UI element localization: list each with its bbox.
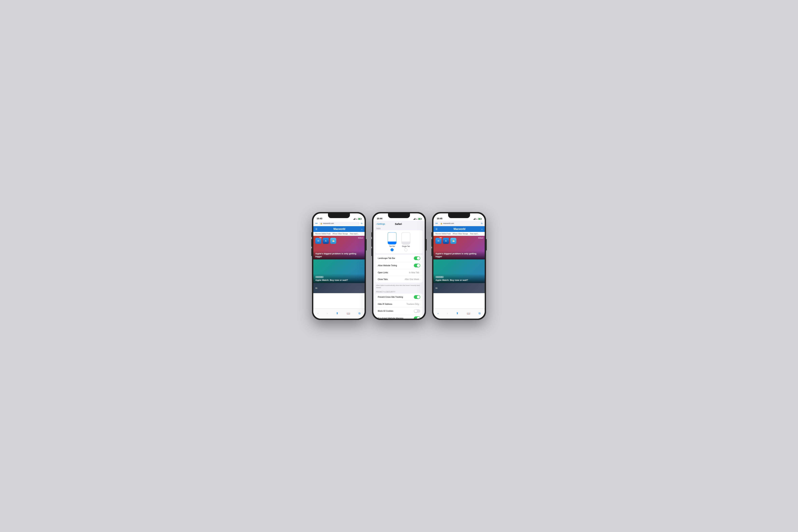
article-card-1-1[interactable]: FEATURE Apple Watch: Buy now or wait? [313,260,365,283]
nav-link-3-1[interactable]: iPhone 'Other' Storage [453,233,468,235]
share-button-1[interactable]: ⬆ [336,312,338,315]
nav-link-3-2[interactable]: Free macO… [470,233,479,235]
aa-label-1[interactable]: AA [315,223,318,224]
back-button-3[interactable]: ‹ [438,312,438,315]
article-card-3-0[interactable]: ✉ 865 A ⛅ Wattpad Apple's [433,236,485,260]
landscape-tab-bar-toggle[interactable] [414,256,420,260]
status-icons-2: ▲ [414,218,421,220]
power-button-3 [486,239,487,250]
close-tabs-row[interactable]: Close Tabs After One Week › [375,276,423,283]
forward-button-1[interactable]: › [327,312,328,315]
nav-link-1-0[interactable]: Recover Deleted Texts [315,233,330,235]
url-bar-3[interactable]: 🔒 macworld.com [439,222,480,225]
lock-icon-1: 🔒 [320,223,322,224]
prevent-cross-site-toggle[interactable] [414,295,420,299]
landscape-tab-bar-row[interactable]: Landscape Tab Bar [375,255,423,262]
phone-2-inner: 10:44 ▲ [373,213,425,319]
article-tag-3-1: FEATURE [435,276,444,278]
tabs-button-3[interactable]: ⧉ [479,312,480,315]
article-card-1-0[interactable]: ✉ 865 A ⛅ Wattpad Apple's [313,236,365,260]
mute-button-2 [371,232,372,237]
tab-bar-radio[interactable] [391,248,394,251]
volume-down-button [311,248,312,256]
appstore-icon-3: A [443,238,449,244]
prevent-cross-site-row[interactable]: Prevent Cross-Site Tracking [375,293,423,301]
status-icons-1: ▲ [354,218,361,220]
notch-2 [388,213,410,218]
nav-link-1-1[interactable]: iPhone 'Other' Storage [332,233,348,235]
open-links-value: In New Tab [409,271,419,274]
aa-label-3[interactable]: AA [435,223,438,224]
notch-3 [448,213,470,218]
url-bar-1[interactable]: 🔒 macworld.com [319,222,360,225]
block-cookies-toggle[interactable] [414,309,420,313]
app-icons-1: ✉ 865 A ⛅ [315,238,336,244]
tab-bar-option[interactable]: Tab Bar [388,232,397,252]
search-icon-1[interactable]: ⌕ [361,228,363,230]
power-button [366,239,367,250]
menu-icon-1[interactable]: ☰ [315,228,318,230]
close-tabs-chevron: › [420,279,420,280]
allow-website-tinting-toggle[interactable] [414,264,420,267]
landscape-tab-bar-label: Landscape Tab Bar [378,257,414,260]
allow-website-tinting-row[interactable]: Allow Website Tinting [375,262,423,269]
article-card-3-1[interactable]: FEATURE Apple Watch: Buy now or wait? [433,260,485,283]
block-cookies-row[interactable]: Block All Cookies [375,307,423,315]
macworld-header-3: ☰ Macworld ⌕ [433,226,485,232]
hide-ip-row[interactable]: Hide IP Address Trackers Only › [375,301,423,307]
wifi-icon-3: ▲ [476,218,478,220]
mail-icon-1: ✉ 865 [315,238,321,244]
article-overlay-3-0: Apple's biggest problem is only getting … [433,251,485,260]
search-icon-3[interactable]: ⌕ [481,228,483,230]
mail-badge-1: 865 [319,237,322,239]
wattpad-label-1: Wattpad [358,237,363,239]
fraudulent-warning-row[interactable]: Fraudulent Website Warning [375,315,423,319]
back-button-1[interactable]: ‹ [318,312,318,315]
signal-icon-1 [354,218,355,220]
nav-link-1-2[interactable]: Free macO… [350,233,359,235]
nav-link-3-0[interactable]: Recover Deleted Texts [435,233,451,235]
forward-button-3[interactable]: › [447,312,448,315]
bookmarks-button-1[interactable]: 📖 [347,312,350,315]
tab-bar-icon [388,232,397,244]
tab-selector-group: Tab Bar Single Tab [375,230,423,253]
hide-ip-value: Trackers Only [406,303,419,305]
single-tab-option[interactable]: Single Tab [401,232,410,252]
notch-1 [328,213,350,218]
appstore-icon-1: A [323,238,329,244]
phone-1-inner: 10:43 ▲ [313,213,365,319]
tabs-section-label: TABS [373,226,425,230]
settings-back-button[interactable]: ‹ Settings [376,223,385,225]
power-button-2 [426,239,427,250]
menu-icon-3[interactable]: ☰ [435,228,438,230]
tabs-button-1[interactable]: ⧉ [359,312,360,315]
phone-2: 10:44 ▲ [372,212,426,320]
fraudulent-warning-label: Fraudulent Website Warning [378,317,414,319]
article-title-3-0: Apple's biggest problem is only getting … [435,252,483,258]
hide-ip-chevron: › [420,303,420,305]
reload-button-3[interactable]: ↻ [481,222,483,225]
phone-1: 10:43 ▲ [312,212,366,320]
bookmarks-button-3[interactable]: 📖 [467,312,470,315]
close-tabs-value: After One Week [405,278,419,281]
mail-badge-3: 865 [439,237,442,239]
battery-icon-3 [478,218,481,220]
article-image-1-1: FEATURE Apple Watch: Buy now or wait? [313,260,365,283]
open-links-row[interactable]: Open Links In New Tab › [375,269,423,276]
browser-nav-bar-3: AA 🔒 macworld.com ↻ [433,221,485,226]
app-icons-3: ✉ 865 A ⛅ [435,238,456,244]
reload-button-1[interactable]: ↻ [361,222,363,225]
fraudulent-warning-toggle[interactable] [414,317,420,319]
screen-3: AA 🔒 macworld.com ↻ ☰ Macworld ⌕ Recover… [433,221,485,319]
time-3: 10:45 [437,217,442,220]
browser-nav-bar-1: AA 🔒 macworld.com ↻ [313,221,365,226]
time-1: 10:43 [317,217,322,220]
settings-nav-2: ‹ Settings Safari [373,221,425,226]
share-button-3[interactable]: ⬆ [456,312,458,315]
article-title-1-0: Apple's biggest problem is only getting … [315,252,363,258]
tabs-settings-group: Landscape Tab Bar Allow Website Tinting … [375,255,423,283]
allow-website-tinting-label: Allow Website Tinting [378,264,414,267]
mute-button-3 [431,232,432,237]
single-tab-radio[interactable] [404,248,407,251]
bottom-toolbar-1: ‹ › ⬆ 📖 ⧉ [313,308,365,319]
